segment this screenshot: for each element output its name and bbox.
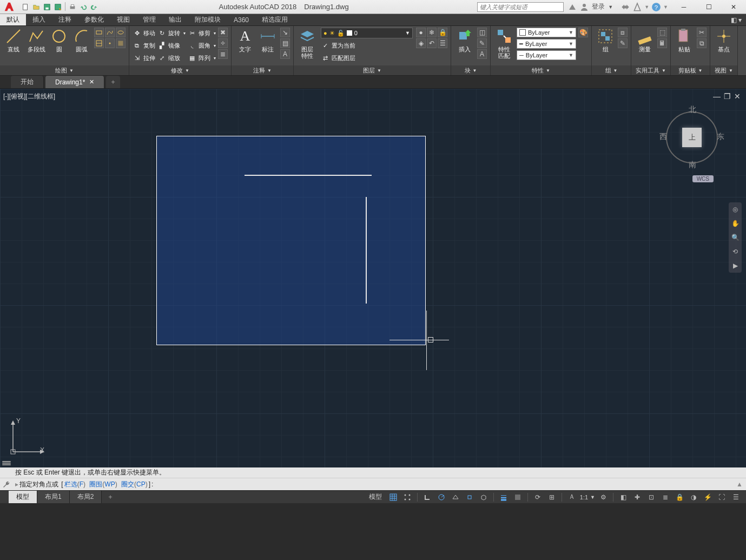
- tool-circle[interactable]: 圆: [49, 28, 69, 52]
- block-edit-icon[interactable]: ✎: [477, 38, 487, 48]
- status-workspace-icon[interactable]: ◧: [617, 492, 629, 503]
- block-create-icon[interactable]: ◫: [477, 28, 487, 37]
- ribbon-tab-addins[interactable]: 附加模块: [188, 14, 227, 25]
- cmd-opt-fence[interactable]: 栏选(F): [64, 480, 85, 489]
- nav-zoom-icon[interactable]: 🔍: [730, 233, 740, 242]
- quickcalc-icon[interactable]: 🖩: [657, 38, 667, 48]
- tool-leader-icon[interactable]: ↘: [280, 28, 290, 37]
- tool-fillet[interactable]: ◟圆角▾: [188, 40, 216, 51]
- qat-open-icon[interactable]: [31, 2, 41, 12]
- status-lwt-icon[interactable]: [498, 492, 510, 503]
- tool-arc[interactable]: 圆弧: [71, 28, 92, 52]
- tool-scale[interactable]: ⤢缩放: [157, 52, 186, 64]
- nav-showmotion-icon[interactable]: ▶: [730, 261, 740, 271]
- status-snap-icon[interactable]: [401, 492, 413, 503]
- status-ortho-icon[interactable]: [421, 492, 433, 503]
- ribbon-tab-parametric[interactable]: 参数化: [78, 14, 110, 25]
- status-units-icon[interactable]: ⊡: [645, 492, 657, 503]
- window-minimize-button[interactable]: ─: [671, 0, 696, 14]
- viewcube-south[interactable]: 南: [689, 160, 696, 170]
- color-dropdown[interactable]: ByLayer▼: [517, 28, 576, 37]
- status-3dosnap-icon[interactable]: [478, 492, 490, 503]
- geometry-line-vertical[interactable]: [366, 197, 367, 304]
- layout-tab-add-button[interactable]: ＋: [102, 491, 119, 503]
- ucs-icon[interactable]: X Y: [9, 418, 47, 458]
- lineweight-dropdown[interactable]: ━ByLayer▼: [517, 39, 576, 49]
- qat-plot-icon[interactable]: [68, 2, 77, 12]
- panel-draw-title[interactable]: 绘图▼: [0, 65, 129, 75]
- command-line[interactable]: ▸ 指定对角点或 [ 栏选(F) 圈围(WP) 圈交(CP) ] : ▲: [0, 478, 746, 490]
- tool-spline-icon[interactable]: [105, 28, 115, 37]
- ribbon-tab-a360[interactable]: A360: [227, 14, 255, 25]
- layout-tab-layout2[interactable]: 布局2: [70, 491, 102, 503]
- layer-iso-icon[interactable]: ◈: [416, 38, 426, 48]
- tool-rotate[interactable]: ↻旋转▾: [157, 28, 186, 39]
- linetype-dropdown[interactable]: ─ByLayer▼: [517, 50, 576, 60]
- tool-trim[interactable]: ✂修剪▾: [188, 28, 216, 39]
- help-search-box[interactable]: [477, 2, 564, 12]
- command-customize-icon[interactable]: [2, 480, 11, 489]
- help-icon[interactable]: ?: [651, 2, 661, 12]
- qat-undo-icon[interactable]: [78, 2, 88, 12]
- tool-explode-icon[interactable]: ✧: [218, 38, 228, 48]
- file-tab-new-button[interactable]: ＋: [106, 76, 120, 88]
- drawing-viewport[interactable]: [-][俯视][二维线框] — ❐ ✕ X Y 上 北 东 南 西 WCS ◎: [0, 89, 746, 467]
- window-maximize-button[interactable]: ☐: [696, 0, 721, 14]
- file-tab-drawing1[interactable]: Drawing1* ✕: [45, 76, 104, 88]
- status-polar-icon[interactable]: [435, 492, 447, 503]
- layer-prev-icon[interactable]: ↶: [427, 38, 437, 48]
- panel-layers-title[interactable]: 图层▼: [294, 65, 451, 75]
- panel-clipboard-title[interactable]: 剪贴板▼: [671, 65, 710, 75]
- viewcube-north[interactable]: 北: [689, 105, 696, 115]
- tool-move[interactable]: ✥移动: [133, 28, 155, 39]
- layer-freeze-icon[interactable]: ❄: [427, 28, 437, 37]
- status-grid-icon[interactable]: [387, 492, 399, 503]
- ungroup-icon[interactable]: ⧈: [618, 28, 628, 37]
- copy-clip-icon[interactable]: ⧉: [697, 38, 707, 48]
- tool-line[interactable]: 直线: [3, 28, 24, 52]
- tool-hatch-icon[interactable]: [94, 38, 104, 48]
- layer-state-icon[interactable]: ☰: [438, 38, 447, 48]
- ribbon-tab-manage[interactable]: 管理: [136, 14, 162, 25]
- status-lockui-icon[interactable]: 🔒: [674, 492, 685, 503]
- status-annoscale-icon[interactable]: Ａ: [566, 492, 578, 503]
- props-palette-icon[interactable]: 🎨: [578, 28, 588, 37]
- tool-measure[interactable]: 测量: [635, 28, 655, 52]
- tool-mtext-icon[interactable]: A: [280, 49, 290, 59]
- tool-layer-match[interactable]: ⇄匹配图层: [321, 52, 355, 64]
- a360-icon[interactable]: [632, 2, 642, 12]
- tool-paste[interactable]: 粘贴: [674, 28, 695, 52]
- layer-off-icon[interactable]: ●: [416, 28, 426, 37]
- tool-region-icon[interactable]: [116, 38, 126, 48]
- wcs-badge[interactable]: WCS: [692, 175, 714, 182]
- status-cleanscreen-icon[interactable]: ⛶: [716, 492, 728, 503]
- nav-wheel-icon[interactable]: ◎: [730, 205, 740, 214]
- qat-new-icon[interactable]: [21, 2, 30, 12]
- tool-polyline[interactable]: 多段线: [26, 28, 47, 52]
- panel-block-title[interactable]: 块▼: [451, 65, 490, 75]
- tool-offset-icon[interactable]: ≣: [218, 49, 228, 59]
- tool-stretch[interactable]: ⇲拉伸: [133, 52, 155, 64]
- tool-rect-icon[interactable]: [94, 28, 104, 37]
- ribbon-tab-output[interactable]: 输出: [162, 14, 188, 25]
- panel-properties-title[interactable]: 特性▼: [491, 65, 591, 75]
- geometry-line-horizontal[interactable]: [245, 175, 372, 176]
- ribbon-tab-featured[interactable]: 精选应用: [255, 14, 294, 25]
- status-model-label[interactable]: 模型: [366, 492, 385, 502]
- ribbon-panel-menu-icon[interactable]: ◧ ▾: [727, 14, 746, 25]
- cmd-opt-wpolygon[interactable]: 圈围(WP): [89, 480, 117, 489]
- status-selection-cycling-icon[interactable]: ⟳: [532, 492, 544, 503]
- viewcube-west[interactable]: 西: [659, 132, 667, 142]
- panel-view-title[interactable]: 视图▼: [710, 65, 737, 75]
- vp-restore-icon[interactable]: ❐: [724, 92, 731, 101]
- account-area[interactable]: 登录 ▼: [564, 2, 617, 11]
- tool-point-icon[interactable]: [105, 38, 115, 48]
- tool-mirror[interactable]: ▞镜像: [157, 40, 186, 51]
- status-transparency-icon[interactable]: [512, 492, 524, 503]
- viewcube[interactable]: 上 北 东 南 西: [659, 105, 724, 170]
- layer-lock-icon[interactable]: 🔒: [438, 28, 447, 37]
- tool-erase-icon[interactable]: ✖: [218, 28, 228, 37]
- command-input[interactable]: [154, 480, 735, 488]
- qat-save-icon[interactable]: [42, 2, 52, 12]
- viewcube-top-face[interactable]: 上: [682, 128, 702, 147]
